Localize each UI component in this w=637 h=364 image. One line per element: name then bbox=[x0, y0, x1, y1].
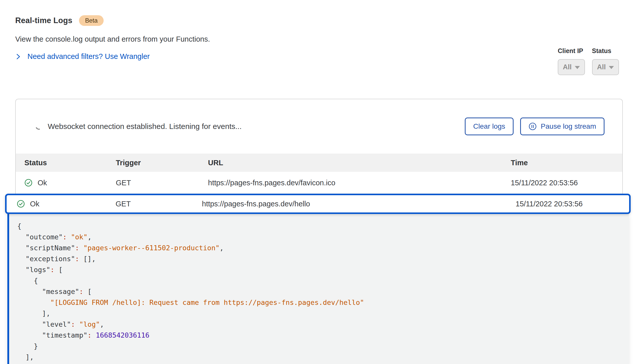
log-json: { "outcome": "ok", "scriptName": "pages-… bbox=[17, 221, 629, 362]
logs-toolbar: Websocket connection established. Listen… bbox=[16, 99, 622, 154]
time-cell: 15/11/2022 20:53:56 bbox=[511, 179, 622, 187]
status-value: All bbox=[597, 63, 606, 71]
expanded-log-entry: Ok GET https://pages-fns.pages.dev/hello… bbox=[5, 194, 631, 364]
wrangler-link-label: Need advanced filters? Use Wrangler bbox=[27, 52, 150, 61]
wrangler-filters-link[interactable]: Need advanced filters? Use Wrangler bbox=[15, 52, 150, 61]
log-detail-panel: { "outcome": "ok", "scriptName": "pages-… bbox=[7, 214, 629, 364]
column-header-url: URL bbox=[208, 159, 511, 167]
check-circle-icon bbox=[24, 179, 33, 187]
time-cell: 15/11/2022 20:53:56 bbox=[516, 200, 629, 208]
status-label: Status bbox=[592, 47, 619, 55]
page-title: Real-time Logs bbox=[15, 16, 72, 25]
trigger-cell: GET bbox=[116, 200, 202, 208]
chevron-right-icon bbox=[15, 53, 21, 60]
page-subtitle: View the console.log output and errors f… bbox=[15, 35, 623, 44]
trigger-cell: GET bbox=[116, 179, 208, 187]
status-filter: Status All bbox=[592, 47, 619, 75]
client-ip-value: All bbox=[563, 63, 572, 71]
status-text: Ok bbox=[38, 179, 47, 187]
column-header-status: Status bbox=[24, 159, 116, 167]
chevron-down-icon bbox=[609, 66, 614, 69]
websocket-status-text: Websocket connection established. Listen… bbox=[48, 122, 242, 131]
table-row[interactable]: Ok GET https://pages-fns.pages.dev/favic… bbox=[16, 172, 622, 194]
title-row: Real-time Logs Beta bbox=[15, 14, 623, 27]
table-row-selected[interactable]: Ok GET https://pages-fns.pages.dev/hello… bbox=[5, 194, 631, 214]
client-ip-dropdown[interactable]: All bbox=[558, 59, 585, 75]
pause-circle-icon bbox=[529, 122, 537, 130]
log-filters: Client IP All Status All bbox=[558, 47, 619, 75]
logs-panel: Websocket connection established. Listen… bbox=[15, 99, 623, 194]
page-header: Real-time Logs Beta View the console.log… bbox=[0, 0, 637, 61]
status-cell: Ok bbox=[17, 200, 116, 208]
status-dropdown[interactable]: All bbox=[592, 59, 619, 75]
pause-log-stream-label: Pause log stream bbox=[541, 122, 596, 130]
spinner-icon bbox=[35, 122, 43, 131]
column-header-time: Time bbox=[511, 159, 622, 167]
realtime-logs-page: Real-time Logs Beta View the console.log… bbox=[0, 0, 637, 364]
chevron-down-icon bbox=[575, 66, 580, 69]
url-cell: https://pages-fns.pages.dev/favicon.ico bbox=[208, 179, 511, 187]
check-circle-icon bbox=[17, 200, 25, 208]
client-ip-label: Client IP bbox=[558, 47, 585, 55]
status-text: Ok bbox=[30, 200, 39, 208]
clear-logs-label: Clear logs bbox=[473, 122, 505, 130]
column-header-trigger: Trigger bbox=[116, 159, 208, 167]
table-header: Status Trigger URL Time bbox=[16, 154, 622, 172]
url-cell: https://pages-fns.pages.dev/hello bbox=[202, 200, 516, 208]
pause-log-stream-button[interactable]: Pause log stream bbox=[520, 118, 604, 135]
status-cell: Ok bbox=[24, 179, 116, 187]
client-ip-filter: Client IP All bbox=[558, 47, 585, 75]
clear-logs-button[interactable]: Clear logs bbox=[465, 118, 514, 135]
beta-badge: Beta bbox=[79, 15, 104, 26]
